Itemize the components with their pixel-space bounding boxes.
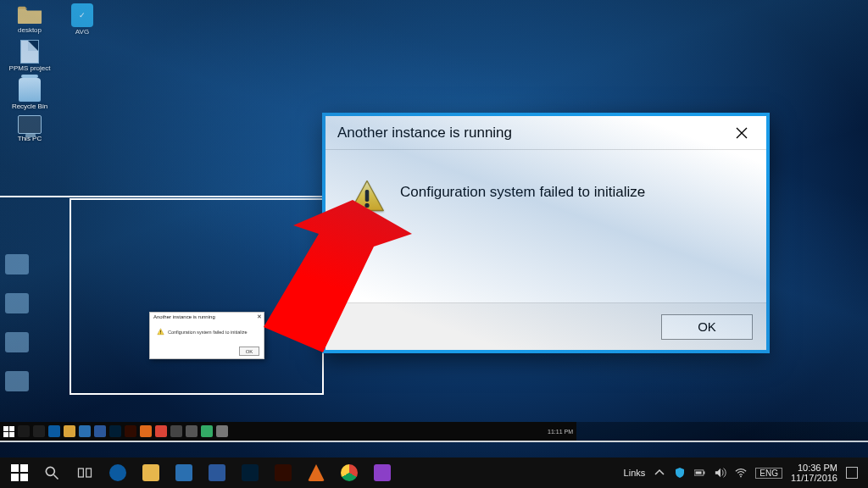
- taskbar-app-generic[interactable]: [201, 425, 213, 437]
- shield-icon[interactable]: [674, 467, 686, 479]
- taskbar-app-edge[interactable]: [103, 461, 133, 485]
- language-indicator[interactable]: ENG: [755, 468, 782, 479]
- taskbar-search-icon[interactable]: [18, 425, 30, 437]
- mini-close-icon[interactable]: ✕: [257, 313, 262, 320]
- warning-icon: [157, 328, 164, 336]
- svg-rect-8: [86, 469, 92, 477]
- close-button[interactable]: [726, 121, 758, 145]
- mini-dialog-title: Another instance is running: [153, 314, 260, 319]
- close-icon: [736, 127, 748, 139]
- svg-rect-1: [160, 333, 161, 334]
- error-dialog: Another instance is running Configu: [326, 116, 766, 350]
- taskbar-app-store[interactable]: [79, 425, 91, 437]
- outer-taskbar: Links ENG 10:36 PM 11/17/2016: [0, 458, 868, 488]
- taskbar-app-explorer[interactable]: [136, 461, 166, 485]
- icon-label: desktop: [18, 27, 42, 35]
- taskbar-app-generic[interactable]: [216, 425, 228, 437]
- desktop-icon-ppms[interactable]: PPMS project: [5, 40, 54, 73]
- clock-time: 10:36 PM: [791, 463, 837, 473]
- desktop-icon-generic[interactable]: [5, 332, 29, 352]
- taskbar-app-word[interactable]: [94, 425, 106, 437]
- desktop-icon-generic[interactable]: [5, 293, 29, 313]
- inner-taskbar-shadow: [576, 422, 868, 441]
- taskbar-app-ai[interactable]: [125, 425, 136, 437]
- mini-ok-button[interactable]: OK: [239, 347, 259, 356]
- desktop-icon-recycle-bin[interactable]: Recycle Bin: [5, 78, 54, 111]
- zoom-source-frame: [70, 198, 324, 395]
- svg-rect-0: [160, 330, 161, 333]
- svg-rect-10: [704, 471, 705, 474]
- taskbar-app-chrome[interactable]: [155, 425, 167, 437]
- taskbar-app-edge[interactable]: [48, 425, 60, 437]
- taskbar-app-generic[interactable]: [367, 461, 398, 485]
- taskbar-app-word[interactable]: [202, 461, 232, 485]
- taskbar-app-generic[interactable]: [186, 425, 198, 437]
- system-tray: Links ENG 10:36 PM 11/17/2016: [624, 463, 863, 483]
- svg-rect-2: [365, 190, 370, 202]
- taskbar-app-explorer[interactable]: [64, 425, 75, 437]
- dialog-body: Configuration system failed to initializ…: [326, 150, 766, 302]
- document-icon: [20, 40, 39, 64]
- desktop-icons-col1: desktop PPMS project Recycle Bin This PC: [5, 3, 54, 143]
- avg-icon: ✓: [71, 3, 93, 27]
- links-label[interactable]: Links: [624, 468, 646, 478]
- taskbar-app-store[interactable]: [169, 461, 199, 485]
- taskbar-app-ps[interactable]: [235, 461, 265, 485]
- mini-error-dialog[interactable]: Another instance is running ✕ Configurat…: [149, 312, 264, 359]
- volume-icon[interactable]: [715, 467, 726, 479]
- desktop-icon-generic[interactable]: [5, 254, 29, 274]
- taskbar-app-vlc[interactable]: [301, 461, 331, 485]
- icon-label: PPMS project: [9, 65, 51, 73]
- dialog-title: Another instance is running: [337, 125, 512, 141]
- divider-line: [0, 196, 324, 197]
- svg-point-5: [46, 467, 54, 475]
- wifi-icon[interactable]: [735, 467, 747, 479]
- taskview-icon[interactable]: [33, 425, 45, 437]
- error-dialog-window[interactable]: Another instance is running Configu: [322, 113, 770, 353]
- svg-point-12: [740, 476, 742, 478]
- desktop-icon-desktop[interactable]: desktop: [5, 3, 54, 35]
- taskview-icon[interactable]: [70, 461, 100, 485]
- desktop-icon-generic[interactable]: [5, 371, 29, 391]
- this-pc-icon: [18, 115, 42, 134]
- taskbar-app-ai[interactable]: [268, 461, 298, 485]
- inner-taskbar: 11:11 PM: [0, 422, 576, 441]
- folder-icon: [17, 3, 42, 25]
- start-button[interactable]: [5, 461, 34, 485]
- dialog-message: Configuration system failed to initializ…: [400, 179, 645, 201]
- recycle-bin-icon: [19, 78, 41, 102]
- dialog-titlebar[interactable]: Another instance is running: [326, 116, 766, 150]
- svg-point-3: [364, 203, 369, 208]
- start-button[interactable]: [3, 426, 14, 437]
- desktop-icon-this-pc[interactable]: This PC: [5, 115, 54, 143]
- svg-rect-7: [79, 469, 84, 477]
- action-center-icon[interactable]: [846, 467, 858, 479]
- taskbar-app-vlc[interactable]: [140, 425, 152, 437]
- taskbar-app-chrome[interactable]: [334, 461, 364, 485]
- taskbar-app-ps[interactable]: [109, 425, 121, 437]
- desktop-icons-col2: ✓ AVG: [58, 3, 107, 36]
- svg-line-6: [54, 475, 58, 480]
- dialog-footer: OK: [326, 302, 766, 350]
- clock-date: 11/17/2016: [791, 473, 837, 483]
- warning-icon: [349, 179, 385, 213]
- taskbar-clock[interactable]: 10:36 PM 11/17/2016: [791, 463, 837, 483]
- mini-dialog-body: Configuration system failed to initializ…: [157, 328, 259, 336]
- desktop-icon-avg[interactable]: ✓ AVG: [58, 3, 107, 36]
- battery-icon[interactable]: [694, 467, 706, 479]
- taskbar-app-generic[interactable]: [170, 425, 182, 437]
- icon-label: AVG: [75, 29, 89, 36]
- chevron-up-icon[interactable]: [654, 467, 665, 479]
- icon-label: Recycle Bin: [12, 103, 47, 111]
- windows-desktop: desktop PPMS project Recycle Bin This PC…: [0, 0, 868, 488]
- ok-button[interactable]: OK: [661, 314, 753, 340]
- taskbar-search-icon[interactable]: [36, 461, 67, 485]
- divider-line: [0, 441, 868, 442]
- desktop-icons-blurred: [5, 254, 29, 391]
- inner-taskbar-clock[interactable]: 11:11 PM: [548, 429, 573, 435]
- mini-dialog-message: Configuration system failed to initializ…: [168, 330, 248, 335]
- svg-rect-11: [696, 471, 702, 474]
